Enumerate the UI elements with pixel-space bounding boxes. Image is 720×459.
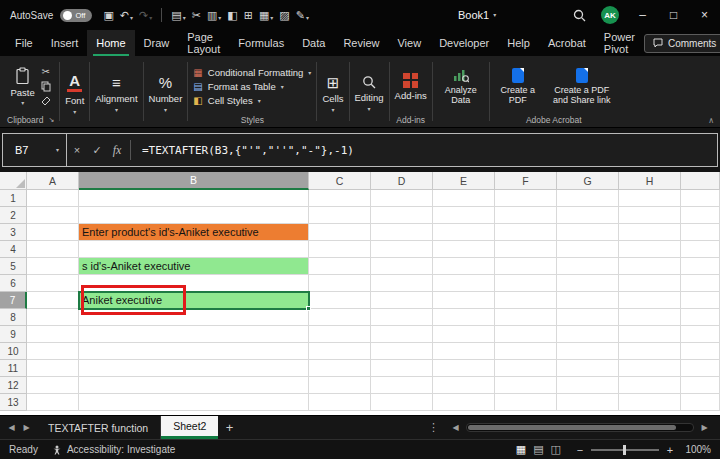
row-header-7[interactable]: 7 bbox=[0, 292, 27, 309]
menu-tab-draw[interactable]: Draw bbox=[135, 30, 179, 56]
cell-g13[interactable] bbox=[557, 394, 619, 411]
column-header-c[interactable]: C bbox=[309, 172, 371, 190]
cell-a2[interactable] bbox=[27, 207, 79, 224]
column-header-g[interactable]: G bbox=[557, 172, 619, 190]
cell-g7[interactable] bbox=[557, 292, 619, 309]
menu-tab-home[interactable]: Home bbox=[87, 30, 134, 56]
cell-g6[interactable] bbox=[557, 275, 619, 292]
addins-button[interactable]: Add-ins bbox=[395, 73, 427, 101]
cell-e12[interactable] bbox=[433, 377, 495, 394]
cell-a11[interactable] bbox=[27, 360, 79, 377]
cell-b2[interactable] bbox=[79, 207, 309, 224]
cell-b12[interactable] bbox=[79, 377, 309, 394]
cell-g8[interactable] bbox=[557, 309, 619, 326]
scroll-left-icon[interactable]: ◀ bbox=[448, 423, 463, 432]
cell-e7[interactable] bbox=[433, 292, 495, 309]
cell-e5[interactable] bbox=[433, 258, 495, 275]
cells-group-button[interactable]: ⊞ Cells ▾ bbox=[322, 60, 343, 127]
font-group-button[interactable]: A Font ▾ bbox=[65, 60, 84, 127]
row-header-9[interactable]: 9 bbox=[0, 326, 27, 343]
cell-f3[interactable] bbox=[495, 224, 557, 241]
cancel-button[interactable]: × bbox=[67, 144, 87, 156]
page-break-view-icon[interactable]: ◫ bbox=[551, 443, 561, 456]
cell-g12[interactable] bbox=[557, 377, 619, 394]
cell-c7[interactable] bbox=[309, 292, 371, 309]
zoom-slider[interactable] bbox=[591, 449, 659, 451]
conditional-formatting-button[interactable]: ▦ Conditional Formatting ▾ bbox=[193, 67, 311, 78]
dialog-launcher-icon[interactable]: ↘ bbox=[48, 116, 54, 124]
sheet-tab-sheet2[interactable]: Sheet2 bbox=[161, 416, 218, 439]
cell-a13[interactable] bbox=[27, 394, 79, 411]
cell-e9[interactable] bbox=[433, 326, 495, 343]
column-header-h[interactable]: H bbox=[619, 172, 681, 190]
zoom-out-button[interactable]: − bbox=[575, 444, 585, 456]
chart-icon[interactable]: ▨ bbox=[279, 10, 289, 21]
cell-d7[interactable] bbox=[371, 292, 433, 309]
more-options-icon[interactable]: ⋮ bbox=[428, 421, 439, 434]
cell-h4[interactable] bbox=[619, 241, 681, 258]
format-as-table-button[interactable]: ▤ Format as Table ▾ bbox=[193, 81, 311, 92]
cell-a4[interactable] bbox=[27, 241, 79, 258]
row-header-8[interactable]: 8 bbox=[0, 309, 27, 326]
cell-partial[interactable] bbox=[681, 326, 720, 343]
clipboard-icon[interactable]: ▤▾ bbox=[171, 10, 185, 21]
cell-d5[interactable] bbox=[371, 258, 433, 275]
accessibility-status[interactable]: Accessibility: Investigate bbox=[52, 444, 175, 455]
scroll-right-icon[interactable]: ▶ bbox=[697, 423, 712, 432]
cell-b3[interactable]: Enter product's id's-Aniket executive bbox=[79, 224, 309, 241]
table-icon[interactable]: ▦▾ bbox=[259, 10, 273, 21]
name-box[interactable]: B7 ▾ bbox=[3, 134, 67, 166]
menu-tab-formulas[interactable]: Formulas bbox=[229, 30, 293, 56]
draw-icon[interactable]: ✎▾ bbox=[296, 10, 309, 21]
cell-g5[interactable] bbox=[557, 258, 619, 275]
cell-d10[interactable] bbox=[371, 343, 433, 360]
create-pdf-button[interactable]: Create a PDF bbox=[495, 68, 541, 106]
menu-tab-acrobat[interactable]: Acrobat bbox=[539, 30, 595, 56]
page-layout-view-icon[interactable]: ▤ bbox=[533, 443, 543, 456]
cell-c4[interactable] bbox=[309, 241, 371, 258]
cell-f6[interactable] bbox=[495, 275, 557, 292]
cell-b10[interactable] bbox=[79, 343, 309, 360]
insert-function-button[interactable]: fx bbox=[107, 143, 127, 158]
sheet-nav-left-icon[interactable]: ◀ bbox=[4, 423, 19, 432]
cell-b8[interactable] bbox=[79, 309, 309, 326]
cell-partial[interactable] bbox=[681, 190, 720, 207]
row-header-10[interactable]: 10 bbox=[0, 343, 27, 360]
column-header-e[interactable]: E bbox=[433, 172, 495, 190]
cell-d3[interactable] bbox=[371, 224, 433, 241]
cell-h12[interactable] bbox=[619, 377, 681, 394]
cell-f4[interactable] bbox=[495, 241, 557, 258]
create-pdf-share-button[interactable]: Create a PDF and Share link bbox=[551, 68, 613, 106]
copy-icon[interactable] bbox=[41, 81, 51, 92]
cell-d4[interactable] bbox=[371, 241, 433, 258]
autosave-toggle[interactable]: Off bbox=[60, 9, 92, 22]
cell-a9[interactable] bbox=[27, 326, 79, 343]
cell-f1[interactable] bbox=[495, 190, 557, 207]
menu-tab-developer[interactable]: Developer bbox=[430, 30, 498, 56]
normal-view-icon[interactable]: ▦ bbox=[516, 443, 526, 456]
row-header-1[interactable]: 1 bbox=[0, 190, 27, 207]
cell-h9[interactable] bbox=[619, 326, 681, 343]
borders-icon[interactable]: ⊞ bbox=[244, 10, 253, 21]
menu-tab-insert[interactable]: Insert bbox=[42, 30, 88, 56]
cell-b13[interactable] bbox=[79, 394, 309, 411]
number-group-button[interactable]: % Number ▾ bbox=[149, 60, 183, 127]
cell-partial[interactable] bbox=[681, 343, 720, 360]
menu-tab-file[interactable]: File bbox=[6, 30, 42, 56]
cell-f7[interactable] bbox=[495, 292, 557, 309]
column-header-d[interactable]: D bbox=[371, 172, 433, 190]
cell-b11[interactable] bbox=[79, 360, 309, 377]
cell-e10[interactable] bbox=[433, 343, 495, 360]
menu-tab-review[interactable]: Review bbox=[334, 30, 388, 56]
cell-c12[interactable] bbox=[309, 377, 371, 394]
cell-e6[interactable] bbox=[433, 275, 495, 292]
row-header-2[interactable]: 2 bbox=[0, 207, 27, 224]
cell-g10[interactable] bbox=[557, 343, 619, 360]
cell-e4[interactable] bbox=[433, 241, 495, 258]
cell-b9[interactable] bbox=[79, 326, 309, 343]
cell-h1[interactable] bbox=[619, 190, 681, 207]
maximize-button[interactable]: □ bbox=[658, 0, 689, 30]
cell-styles-button[interactable]: ◧ Cell Styles ▾ bbox=[193, 95, 311, 106]
row-header-12[interactable]: 12 bbox=[0, 377, 27, 394]
scrollbar-thumb[interactable] bbox=[468, 425, 676, 430]
